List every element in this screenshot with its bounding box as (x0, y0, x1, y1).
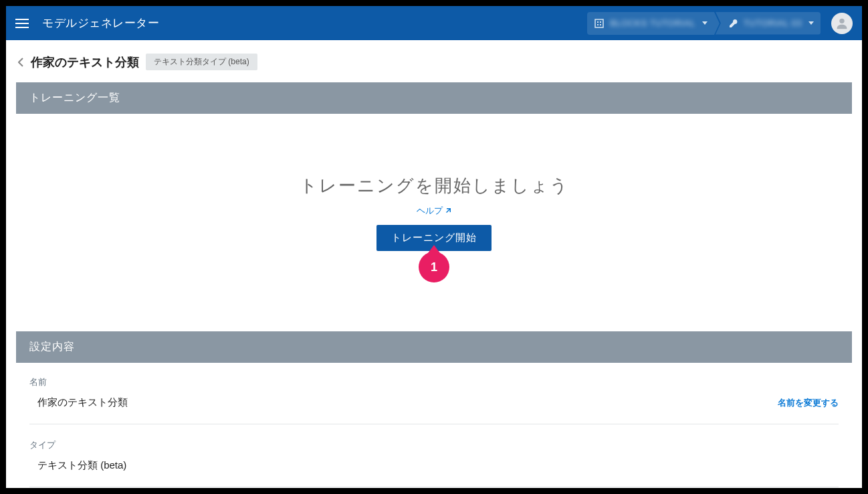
project-selector-label: TUTORIAL 03 (744, 18, 802, 28)
chevron-down-icon (808, 21, 814, 25)
svg-point-5 (839, 18, 844, 23)
training-empty-state: トレーニングを開始しましょう ヘルプ トレーニング開始 1 (16, 114, 852, 331)
org-selector-label: BLOCKS TUTORIAL (610, 18, 695, 28)
chevron-down-icon (702, 21, 708, 25)
svg-rect-4 (600, 24, 601, 25)
project-selector[interactable]: TUTORIAL 03 (716, 12, 821, 35)
org-selector[interactable]: BLOCKS TUTORIAL (587, 12, 714, 35)
page-content: 作家のテキスト分類 テキスト分類タイプ (beta) トレーニング一覧 トレーニ… (6, 40, 862, 487)
svg-rect-3 (597, 24, 599, 25)
svg-rect-0 (595, 19, 603, 27)
hamburger-menu-icon[interactable] (15, 15, 31, 31)
settings-section-header: 設定内容 (16, 331, 852, 363)
training-section-header: トレーニング一覧 (16, 82, 852, 114)
annotation-number: 1 (419, 252, 449, 282)
breadcrumb: 作家のテキスト分類 テキスト分類タイプ (beta) (16, 54, 852, 70)
settings-field-type: タイプ テキスト分類 (beta) (29, 439, 839, 487)
external-link-icon (444, 207, 452, 215)
wrench-icon (728, 18, 738, 29)
settings-field-name: 名前 作家のテキスト分類 名前を変更する (29, 376, 839, 424)
change-name-link[interactable]: 名前を変更する (778, 397, 839, 409)
svg-rect-1 (597, 21, 599, 23)
help-link[interactable]: ヘルプ (417, 205, 452, 217)
field-label: 名前 (29, 376, 839, 388)
svg-rect-2 (600, 21, 601, 23)
app-title: モデルジェネレーター (42, 15, 159, 31)
field-label: タイプ (29, 439, 839, 451)
help-link-label: ヘルプ (417, 205, 443, 217)
building-icon (594, 18, 605, 29)
annotation-pin: 1 (419, 252, 449, 282)
field-value: テキスト分類 (beta) (29, 459, 839, 472)
page-title: 作家のテキスト分類 (31, 54, 139, 70)
field-value: 作家のテキスト分類 (29, 396, 778, 409)
app-frame: モデルジェネレーター BLOCKS TUTORIAL TUTORIAL 03 (6, 6, 862, 488)
empty-state-heading: トレーニングを開始しましょう (16, 174, 852, 197)
back-chevron-icon[interactable] (17, 57, 24, 68)
settings-body: 名前 作家のテキスト分類 名前を変更する タイプ テキスト分類 (beta) (16, 363, 852, 487)
type-badge: テキスト分類タイプ (beta) (146, 54, 257, 70)
user-avatar[interactable] (831, 13, 853, 34)
app-header: モデルジェネレーター BLOCKS TUTORIAL TUTORIAL 03 (6, 6, 862, 40)
